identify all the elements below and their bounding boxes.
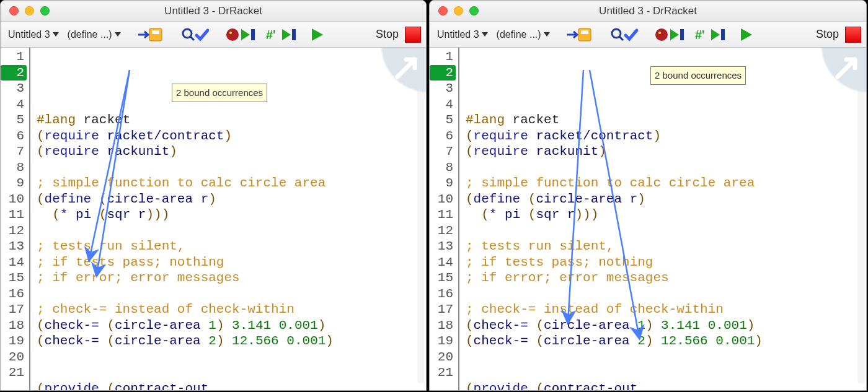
code-line[interactable] [37,223,426,239]
code-line[interactable]: (* pi (sqr r))) [37,207,426,223]
svg-point-19 [658,32,661,34]
code-line[interactable]: (define (circle-area r) [466,191,866,207]
code-line[interactable]: (* pi (sqr r))) [466,207,866,223]
code-line[interactable]: (require rackunit) [37,144,426,160]
line-number: 6 [1,128,24,144]
svg-text:#': #' [695,28,705,41]
line-number: 7 [1,144,24,160]
run-icon[interactable] [311,25,324,44]
code-line[interactable]: (require rackunit) [466,144,866,160]
code-line[interactable] [37,349,426,365]
line-number: 5 [430,112,453,128]
code-line[interactable]: (check-= (circle-area 1) 3.141 0.001) [466,318,866,334]
line-number: 15 [1,270,24,286]
code-line[interactable]: #lang racket [37,112,426,128]
code-area[interactable]: 2 bound occurrences #lang racket(require… [459,48,866,390]
code-line[interactable]: #lang racket [466,112,866,128]
line-number: 12 [1,223,24,239]
line-number: 1 [430,49,453,65]
zoom-icon[interactable] [40,6,50,15]
debug-step-icon[interactable] [669,25,686,44]
line-number: 13 [430,238,453,255]
close-icon[interactable] [9,6,19,15]
file-dropdown-label: Untitled 3 [437,29,479,40]
editor-area[interactable]: 123456789101112131415161718192021 2 boun… [430,48,866,390]
svg-rect-1 [152,30,159,34]
titlebar[interactable]: Untitled 3 - DrRacket [1,1,426,22]
code-line[interactable] [466,223,866,239]
svg-rect-7 [251,29,255,40]
code-line[interactable]: (check-= (circle-area 2) 12.566 0.001) [466,333,866,349]
traffic-lights [1,6,50,15]
code-line[interactable] [466,365,866,381]
stop-button[interactable] [845,27,861,43]
code-line[interactable]: (define (circle-area r) [37,191,426,207]
vertical-scrollbar[interactable] [417,72,425,384]
titlebar[interactable]: Untitled 3 - DrRacket [430,1,866,22]
debug-bug-icon[interactable] [225,25,240,44]
line-number: 3 [1,81,24,97]
svg-point-5 [229,32,232,34]
svg-rect-15 [581,30,588,34]
stop-button[interactable] [405,27,421,43]
search-check-icon[interactable] [609,25,638,44]
svg-marker-11 [312,28,323,41]
code-line[interactable]: (provide (contract-out [466,381,866,391]
code-line[interactable]: ; check-= instead of check-within [37,302,426,318]
code-line[interactable]: ; simple function to calc circle area [466,175,866,191]
code-line[interactable]: (check-= (circle-area 2) 12.566 0.001) [37,333,426,349]
code-line[interactable]: ; if error; error messages [37,270,426,286]
line-number: 14 [1,255,24,271]
code-line[interactable]: ; if tests pass; nothing [466,255,866,271]
svg-rect-24 [721,29,725,40]
code-line[interactable]: ; if tests pass; nothing [37,255,426,271]
code-line[interactable]: ; if error; error messages [466,270,866,286]
code-line[interactable]: (check-= (circle-area 1) 3.141 0.001) [37,318,426,334]
run-icon[interactable] [740,25,753,44]
code-line[interactable]: ; simple function to calc circle area [37,175,426,191]
chevron-down-icon [115,32,121,37]
code-line[interactable]: ; tests run silent, [37,238,426,255]
code-line[interactable] [466,160,866,176]
code-line[interactable]: ; tests run silent, [466,238,866,255]
save-arrow-icon[interactable] [137,25,164,44]
debug-step-icon[interactable] [240,25,257,44]
macro-stepper-icon[interactable]: #' [266,25,302,44]
code-line[interactable] [466,286,866,302]
line-number: 4 [430,97,453,113]
minimize-icon[interactable] [454,6,463,15]
svg-point-18 [655,28,668,41]
define-dropdown[interactable]: (define ...) [65,29,123,40]
svg-rect-21 [680,29,684,40]
minimize-icon[interactable] [25,6,34,15]
svg-point-16 [612,29,621,38]
code-line[interactable]: ; check-= instead of check-within [466,302,866,318]
drracket-window-2: Untitled 3 - DrRacket Untitled 3 (define… [429,0,867,391]
file-dropdown[interactable]: Untitled 3 [435,29,490,40]
code-line[interactable]: (provide (contract-out [37,381,426,391]
line-number: 4 [1,97,24,113]
debug-bug-icon[interactable] [654,25,669,44]
chevron-down-icon [482,32,488,37]
close-icon[interactable] [438,6,448,15]
code-line[interactable]: (require racket/contract) [466,128,866,144]
line-gutter: 123456789101112131415161718192021 [430,48,459,390]
line-number: 6 [430,128,453,144]
vertical-scrollbar[interactable] [857,72,865,384]
code-line[interactable] [466,349,866,365]
bound-occurrences-tooltip: 2 bound occurrences [650,66,746,85]
zoom-icon[interactable] [469,6,479,15]
code-area[interactable]: 2 bound occurrences #lang racket(require… [30,48,426,390]
define-dropdown-label: (define ...) [68,29,112,40]
save-arrow-icon[interactable] [566,25,593,44]
macro-stepper-icon[interactable]: #' [695,25,731,44]
search-check-icon[interactable] [180,25,209,44]
file-dropdown[interactable]: Untitled 3 [6,29,61,40]
code-line[interactable] [37,286,426,302]
code-line[interactable]: (require racket/contract) [37,128,426,144]
define-dropdown[interactable]: (define ...) [494,29,552,40]
code-line[interactable] [37,160,426,176]
code-line[interactable] [37,365,426,381]
editor-area[interactable]: 123456789101112131415161718192021 2 boun… [1,48,426,390]
stop-label: Stop [816,28,841,41]
